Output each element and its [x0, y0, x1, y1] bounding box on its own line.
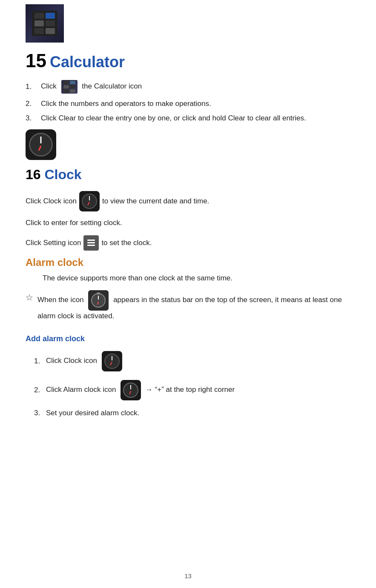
- sub-step-1-num: 1.: [34, 357, 46, 365]
- clock-face-sub1: [104, 354, 120, 369]
- chapter15-word: Calculator: [50, 53, 125, 71]
- step-3-num: 3.: [26, 114, 41, 123]
- header-calc-icon: [32, 11, 57, 36]
- sub-step-1-text: Click Clock icon: [46, 351, 125, 371]
- sub-step-3-num: 3.: [34, 409, 46, 417]
- step-3: 3. Click Clear to clear the entry one by…: [26, 114, 350, 123]
- alarm-status-face: [91, 293, 106, 308]
- para-enter-clock: Click to enter for setting clock.: [26, 217, 350, 228]
- clock-face-para: [82, 194, 97, 209]
- chapter15-number: 15: [26, 50, 46, 71]
- clock-icon-sub1: [102, 351, 122, 371]
- alarm-desc: The device supports more than one clock …: [26, 273, 350, 284]
- sub-step-1: 1. Click Clock icon: [26, 351, 350, 371]
- sub-step-3: 3. Set your desired alarm clock.: [26, 409, 350, 417]
- calculator-icon-inline: [61, 80, 77, 94]
- para-setting-icon: Click Setting icon to set the clock.: [26, 235, 350, 251]
- alarm-status-icon: [88, 290, 109, 311]
- alarm-face-sub2: [123, 382, 138, 398]
- settings-icon: [83, 235, 99, 251]
- step-3-text: Click Clear to clear the entry one by on…: [41, 114, 306, 123]
- alarm-bell: [96, 292, 100, 294]
- step-2-num: 2.: [26, 100, 41, 108]
- clock-icon-para: [79, 191, 100, 211]
- alarm-icon-sub2: [121, 380, 141, 400]
- clock-icon-large: [26, 129, 56, 160]
- alarm-note-text: When the icon appears in the status bar …: [37, 290, 350, 322]
- add-alarm-subheading: Add alarm clock: [26, 334, 350, 343]
- para-click-clock: Click Clock icon to view the current dat…: [26, 191, 350, 211]
- sub-step-2: 2. Click Alarm clock icon → “+” at the t…: [26, 380, 350, 400]
- step-1-text: Click the Calculator icon: [41, 80, 142, 94]
- settings-dots: [87, 240, 95, 246]
- chapter16-title: 16 Clock: [26, 167, 350, 183]
- clock-face-large: [29, 133, 53, 157]
- sub-step-3-text: Set your desired alarm clock.: [46, 409, 139, 417]
- chapter15-steps: 1. Click the Ca: [26, 80, 350, 123]
- dot-3: [87, 245, 95, 246]
- dot-1: [87, 240, 95, 241]
- alarm-note: ☆ When the icon appears in the status ba…: [26, 290, 350, 322]
- step-2: 2. Click the numbers and operators to ma…: [26, 100, 350, 108]
- chapter16-number: 16: [26, 167, 41, 182]
- alarm-clock-heading: Alarm clock: [26, 257, 350, 268]
- sub-step-2-text: Click Alarm clock icon → “+” at the top …: [46, 380, 235, 400]
- header-image: [26, 4, 64, 43]
- dot-2: [87, 242, 95, 243]
- chapter15-title: 15 Calculator: [26, 50, 350, 71]
- step-1-num: 1.: [26, 83, 41, 91]
- step-1: 1. Click the Ca: [26, 80, 350, 94]
- sub-step-2-num: 2.: [34, 386, 46, 394]
- page-content: 15 Calculator 1. Click: [0, 0, 376, 451]
- step-2-text: Click the numbers and operators to make …: [41, 100, 211, 108]
- chapter16-word: Clock: [44, 167, 81, 182]
- page-number: 13: [0, 572, 376, 579]
- star-icon: ☆: [26, 291, 33, 304]
